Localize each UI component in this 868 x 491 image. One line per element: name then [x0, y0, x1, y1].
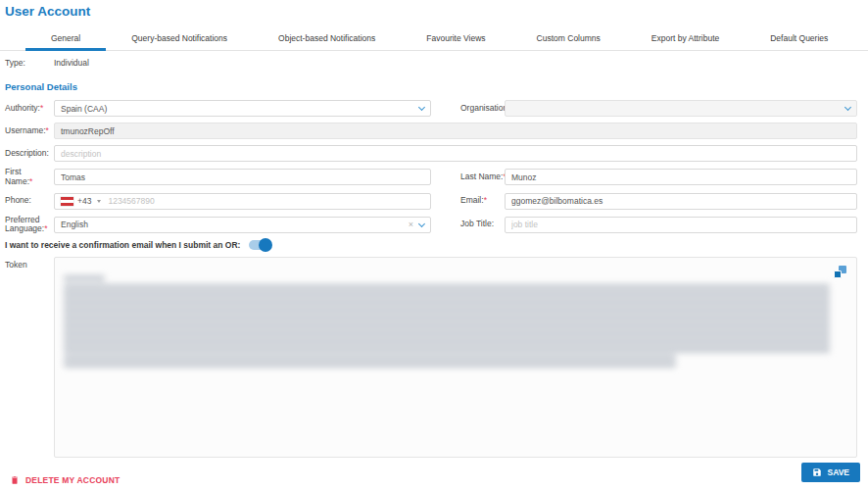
tab-default-queries[interactable]: Default Queries	[745, 29, 853, 50]
clear-x-icon[interactable]: ×	[409, 221, 413, 229]
authority-select[interactable]: Spain (CAA)	[54, 100, 431, 117]
tab-custom-columns[interactable]: Custom Columns	[511, 29, 626, 50]
dial-code-caret-icon[interactable]	[97, 200, 101, 203]
job-title-field[interactable]	[505, 217, 857, 233]
job-title-label: Job Title:	[460, 220, 505, 229]
type-label: Type:	[5, 58, 54, 68]
personal-details-form: Authority:* Spain (CAA) Organisation: Us…	[5, 100, 857, 234]
phone-label: Phone:	[5, 196, 54, 206]
save-button[interactable]: SAVE	[801, 463, 860, 482]
phone-input[interactable]	[108, 194, 424, 209]
organisation-select[interactable]	[505, 100, 857, 117]
phone-dial-code[interactable]: +43	[77, 196, 91, 206]
authority-value: Spain (CAA)	[61, 104, 413, 114]
organisation-label: Organisation:	[460, 104, 505, 114]
type-row: Type: Individual	[5, 58, 868, 68]
personal-details-heading: Personal Details	[5, 81, 868, 92]
tab-query-based-notifications[interactable]: Query-based Notifications	[106, 29, 253, 50]
username-field	[54, 123, 857, 139]
preferred-language-select[interactable]: English ×	[54, 217, 431, 233]
job-title-input[interactable]	[511, 218, 850, 232]
email-field[interactable]	[505, 193, 857, 210]
confirmation-toggle-label: I want to receive a confirmation email w…	[5, 240, 240, 250]
toggle-knob-icon	[259, 238, 272, 252]
email-label: Email:*	[460, 196, 505, 206]
token-box	[54, 257, 857, 458]
last-name-label: Last Name:*	[460, 172, 505, 182]
last-name-input[interactable]	[511, 170, 850, 184]
tab-bar: General Query-based Notifications Object…	[0, 29, 868, 51]
description-input[interactable]	[61, 146, 850, 161]
token-section: Token	[5, 257, 857, 458]
austria-flag-icon[interactable]	[61, 197, 73, 206]
chevron-down-icon	[418, 104, 425, 111]
preferred-language-label: Preferred Language:*	[5, 216, 54, 235]
chevron-down-icon	[418, 221, 425, 227]
email-input[interactable]	[511, 194, 850, 209]
confirmation-toggle[interactable]	[249, 240, 271, 250]
first-name-field[interactable]	[54, 169, 431, 185]
page-title: User Account	[0, 0, 868, 19]
authority-label: Authority:*	[5, 104, 54, 114]
username-input	[61, 123, 850, 138]
delete-my-account-button[interactable]: DELETE MY ACCOUNT	[10, 474, 120, 486]
first-name-label: First Name:*	[5, 168, 54, 187]
delete-my-account-label: DELETE MY ACCOUNT	[25, 475, 120, 485]
description-field[interactable]	[54, 145, 857, 162]
tab-object-based-notifications[interactable]: Object-based Notifications	[253, 29, 401, 50]
first-name-input[interactable]	[61, 170, 424, 184]
trash-icon	[10, 474, 20, 486]
phone-field[interactable]: +43	[54, 193, 431, 210]
floppy-disk-icon	[812, 467, 822, 477]
copy-icon[interactable]	[834, 266, 846, 278]
last-name-field[interactable]	[505, 169, 857, 185]
token-label: Token	[5, 257, 54, 458]
save-label: SAVE	[827, 467, 849, 477]
type-value: Individual	[54, 58, 868, 68]
chevron-down-icon	[844, 104, 851, 111]
token-value-redacted	[64, 275, 830, 368]
confirmation-toggle-row: I want to receive a confirmation email w…	[5, 240, 868, 250]
preferred-language-value: English	[61, 220, 403, 229]
tab-export-by-attribute[interactable]: Export by Attribute	[626, 29, 745, 50]
description-label: Description:	[5, 149, 54, 159]
tab-general[interactable]: General	[25, 29, 106, 51]
tab-favourite-views[interactable]: Favourite Views	[401, 29, 510, 50]
username-label: Username:*	[5, 126, 54, 136]
